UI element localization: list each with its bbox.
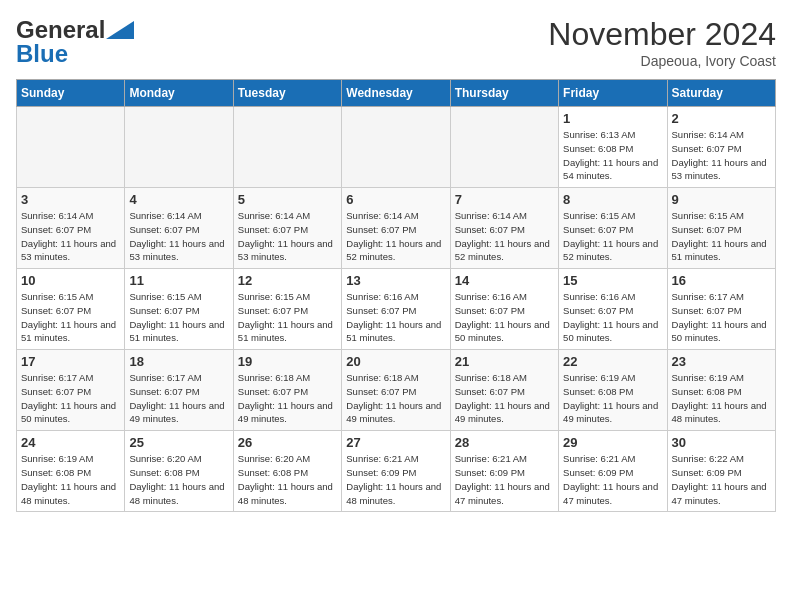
calendar-cell [233,107,341,188]
day-number: 22 [563,354,662,369]
day-number: 27 [346,435,445,450]
calendar-cell: 21Sunrise: 6:18 AMSunset: 6:07 PMDayligh… [450,350,558,431]
calendar-cell: 14Sunrise: 6:16 AMSunset: 6:07 PMDayligh… [450,269,558,350]
col-header-friday: Friday [559,80,667,107]
calendar-cell: 20Sunrise: 6:18 AMSunset: 6:07 PMDayligh… [342,350,450,431]
month-title: November 2024 [548,16,776,53]
sun-info: Sunrise: 6:21 AMSunset: 6:09 PMDaylight:… [455,452,554,507]
sun-info: Sunrise: 6:14 AMSunset: 6:07 PMDaylight:… [21,209,120,264]
day-number: 1 [563,111,662,126]
day-number: 2 [672,111,771,126]
sun-info: Sunrise: 6:19 AMSunset: 6:08 PMDaylight:… [21,452,120,507]
col-header-saturday: Saturday [667,80,775,107]
day-number: 8 [563,192,662,207]
sun-info: Sunrise: 6:13 AMSunset: 6:08 PMDaylight:… [563,128,662,183]
day-number: 20 [346,354,445,369]
day-number: 5 [238,192,337,207]
day-number: 24 [21,435,120,450]
calendar-cell: 4Sunrise: 6:14 AMSunset: 6:07 PMDaylight… [125,188,233,269]
sun-info: Sunrise: 6:16 AMSunset: 6:07 PMDaylight:… [563,290,662,345]
sun-info: Sunrise: 6:15 AMSunset: 6:07 PMDaylight:… [563,209,662,264]
day-number: 18 [129,354,228,369]
page-header: General Blue November 2024 Dapeoua, Ivor… [16,16,776,69]
col-header-monday: Monday [125,80,233,107]
day-number: 28 [455,435,554,450]
sun-info: Sunrise: 6:15 AMSunset: 6:07 PMDaylight:… [672,209,771,264]
day-number: 21 [455,354,554,369]
sun-info: Sunrise: 6:21 AMSunset: 6:09 PMDaylight:… [563,452,662,507]
svg-marker-0 [106,21,134,39]
col-header-sunday: Sunday [17,80,125,107]
sun-info: Sunrise: 6:19 AMSunset: 6:08 PMDaylight:… [672,371,771,426]
sun-info: Sunrise: 6:16 AMSunset: 6:07 PMDaylight:… [346,290,445,345]
sun-info: Sunrise: 6:14 AMSunset: 6:07 PMDaylight:… [455,209,554,264]
calendar-cell: 28Sunrise: 6:21 AMSunset: 6:09 PMDayligh… [450,431,558,512]
sun-info: Sunrise: 6:17 AMSunset: 6:07 PMDaylight:… [129,371,228,426]
week-row-1: 1Sunrise: 6:13 AMSunset: 6:08 PMDaylight… [17,107,776,188]
week-row-4: 17Sunrise: 6:17 AMSunset: 6:07 PMDayligh… [17,350,776,431]
day-number: 19 [238,354,337,369]
title-block: November 2024 Dapeoua, Ivory Coast [548,16,776,69]
sun-info: Sunrise: 6:15 AMSunset: 6:07 PMDaylight:… [129,290,228,345]
calendar-cell [17,107,125,188]
day-number: 11 [129,273,228,288]
sun-info: Sunrise: 6:14 AMSunset: 6:07 PMDaylight:… [672,128,771,183]
calendar-cell: 6Sunrise: 6:14 AMSunset: 6:07 PMDaylight… [342,188,450,269]
day-number: 17 [21,354,120,369]
sun-info: Sunrise: 6:15 AMSunset: 6:07 PMDaylight:… [21,290,120,345]
sun-info: Sunrise: 6:17 AMSunset: 6:07 PMDaylight:… [21,371,120,426]
week-row-5: 24Sunrise: 6:19 AMSunset: 6:08 PMDayligh… [17,431,776,512]
calendar-cell: 1Sunrise: 6:13 AMSunset: 6:08 PMDaylight… [559,107,667,188]
calendar-cell: 23Sunrise: 6:19 AMSunset: 6:08 PMDayligh… [667,350,775,431]
calendar-cell: 17Sunrise: 6:17 AMSunset: 6:07 PMDayligh… [17,350,125,431]
sun-info: Sunrise: 6:20 AMSunset: 6:08 PMDaylight:… [238,452,337,507]
day-number: 30 [672,435,771,450]
calendar-cell: 7Sunrise: 6:14 AMSunset: 6:07 PMDaylight… [450,188,558,269]
calendar-cell [450,107,558,188]
calendar-cell: 16Sunrise: 6:17 AMSunset: 6:07 PMDayligh… [667,269,775,350]
week-row-3: 10Sunrise: 6:15 AMSunset: 6:07 PMDayligh… [17,269,776,350]
calendar-cell: 11Sunrise: 6:15 AMSunset: 6:07 PMDayligh… [125,269,233,350]
sun-info: Sunrise: 6:15 AMSunset: 6:07 PMDaylight:… [238,290,337,345]
day-number: 10 [21,273,120,288]
logo-text-blue: Blue [16,40,68,68]
sun-info: Sunrise: 6:14 AMSunset: 6:07 PMDaylight:… [129,209,228,264]
sun-info: Sunrise: 6:19 AMSunset: 6:08 PMDaylight:… [563,371,662,426]
calendar-cell: 22Sunrise: 6:19 AMSunset: 6:08 PMDayligh… [559,350,667,431]
sun-info: Sunrise: 6:14 AMSunset: 6:07 PMDaylight:… [346,209,445,264]
calendar-cell: 13Sunrise: 6:16 AMSunset: 6:07 PMDayligh… [342,269,450,350]
day-number: 15 [563,273,662,288]
day-number: 6 [346,192,445,207]
sun-info: Sunrise: 6:21 AMSunset: 6:09 PMDaylight:… [346,452,445,507]
col-header-wednesday: Wednesday [342,80,450,107]
sun-info: Sunrise: 6:16 AMSunset: 6:07 PMDaylight:… [455,290,554,345]
sun-info: Sunrise: 6:14 AMSunset: 6:07 PMDaylight:… [238,209,337,264]
day-number: 7 [455,192,554,207]
col-header-thursday: Thursday [450,80,558,107]
calendar-cell: 8Sunrise: 6:15 AMSunset: 6:07 PMDaylight… [559,188,667,269]
sun-info: Sunrise: 6:17 AMSunset: 6:07 PMDaylight:… [672,290,771,345]
logo: General Blue [16,16,134,68]
calendar-cell: 29Sunrise: 6:21 AMSunset: 6:09 PMDayligh… [559,431,667,512]
calendar-table: SundayMondayTuesdayWednesdayThursdayFrid… [16,79,776,512]
day-number: 9 [672,192,771,207]
calendar-cell: 25Sunrise: 6:20 AMSunset: 6:08 PMDayligh… [125,431,233,512]
day-number: 16 [672,273,771,288]
header-row: SundayMondayTuesdayWednesdayThursdayFrid… [17,80,776,107]
logo-icon [106,21,134,39]
sun-info: Sunrise: 6:18 AMSunset: 6:07 PMDaylight:… [346,371,445,426]
calendar-cell: 26Sunrise: 6:20 AMSunset: 6:08 PMDayligh… [233,431,341,512]
day-number: 25 [129,435,228,450]
calendar-cell [342,107,450,188]
sun-info: Sunrise: 6:22 AMSunset: 6:09 PMDaylight:… [672,452,771,507]
calendar-cell: 27Sunrise: 6:21 AMSunset: 6:09 PMDayligh… [342,431,450,512]
day-number: 3 [21,192,120,207]
calendar-cell: 2Sunrise: 6:14 AMSunset: 6:07 PMDaylight… [667,107,775,188]
location-subtitle: Dapeoua, Ivory Coast [548,53,776,69]
day-number: 13 [346,273,445,288]
calendar-cell: 18Sunrise: 6:17 AMSunset: 6:07 PMDayligh… [125,350,233,431]
calendar-cell: 15Sunrise: 6:16 AMSunset: 6:07 PMDayligh… [559,269,667,350]
sun-info: Sunrise: 6:18 AMSunset: 6:07 PMDaylight:… [455,371,554,426]
week-row-2: 3Sunrise: 6:14 AMSunset: 6:07 PMDaylight… [17,188,776,269]
sun-info: Sunrise: 6:18 AMSunset: 6:07 PMDaylight:… [238,371,337,426]
